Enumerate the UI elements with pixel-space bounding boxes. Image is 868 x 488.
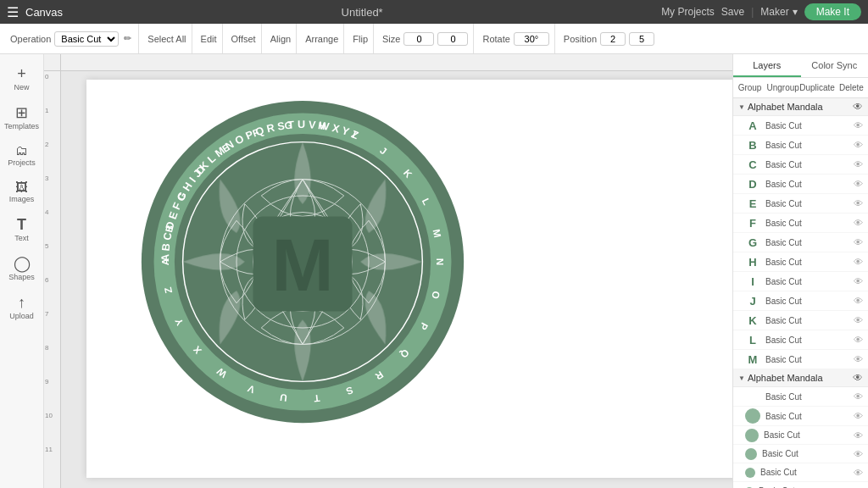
sidebar-item-new[interactable]: + New xyxy=(3,61,41,97)
tab-color-sync[interactable]: Color Sync xyxy=(801,54,869,77)
left-sidebar: + New ⊞ Templates 🗂 Projects 🖼 Images T … xyxy=(0,54,44,488)
sidebar-item-upload[interactable]: ↑ Upload xyxy=(3,290,41,325)
layer-item-plain[interactable]: Basic Cut 👁 xyxy=(733,387,868,407)
select-all-button[interactable]: Select All xyxy=(147,34,186,44)
toolbar-operation-group: Operation Basic Cut ✏ xyxy=(5,24,139,53)
svg-text:N: N xyxy=(435,258,446,265)
save-button[interactable]: Save xyxy=(721,6,744,18)
sidebar-item-label: Templates xyxy=(4,122,39,130)
layer-eye-icon[interactable]: 👁 xyxy=(854,335,863,345)
maker-button[interactable]: Maker ▾ xyxy=(760,6,797,18)
layer-item-circle-1[interactable]: Basic Cut 👁 xyxy=(733,407,868,426)
images-icon: 🖼 xyxy=(15,180,28,193)
layer-item-L[interactable]: L Basic Cut 👁 xyxy=(733,330,868,350)
layer-eye-icon[interactable]: 👁 xyxy=(854,391,863,402)
layer-eye-icon[interactable]: 👁 xyxy=(854,468,863,478)
layer-eye-icon[interactable]: 👁 xyxy=(854,315,863,325)
layer-item-E[interactable]: E Basic Cut 👁 xyxy=(733,194,868,214)
new-icon: + xyxy=(17,66,26,81)
layer-eye-icon[interactable]: 👁 xyxy=(854,276,863,286)
size-h-input[interactable] xyxy=(437,32,468,46)
layer-item-name: Basic Cut xyxy=(765,219,854,228)
arrange-label: Arrange xyxy=(305,34,338,44)
layers-list[interactable]: ▼ Alphabet Mandala 👁 A Basic Cut 👁 B Bas… xyxy=(733,98,868,488)
layer-item-circle-4[interactable]: Basic Cut 👁 xyxy=(733,463,868,482)
layer-eye-icon[interactable]: 👁 xyxy=(854,257,863,267)
layer-eye-icon[interactable]: 👁 xyxy=(854,159,863,169)
layer-item-K[interactable]: K Basic Cut 👁 xyxy=(733,311,868,330)
group-action[interactable]: Group xyxy=(733,78,766,97)
layer-item-M[interactable]: M Basic Cut 👁 xyxy=(733,350,868,369)
sidebar-item-label: Upload xyxy=(9,312,34,320)
layer-letter-icon: M xyxy=(745,352,760,367)
position-x-input[interactable] xyxy=(600,32,626,46)
layer-item-circle-2[interactable]: Basic Cut 👁 xyxy=(733,426,868,445)
operation-select[interactable]: Basic Cut xyxy=(54,31,119,47)
layer-item-H[interactable]: H Basic Cut 👁 xyxy=(733,252,868,272)
canvas-content[interactable]: M A B C D E F G H I J K L M N O P Q R S … xyxy=(61,71,732,488)
layer-circle-icon xyxy=(745,429,759,442)
position-y-input[interactable] xyxy=(629,32,654,46)
layer-eye-icon[interactable]: 👁 xyxy=(854,140,863,150)
canvas-area[interactable]: 0 1 2 3 4 5 6 7 8 9 10 11 12 13 14 15 16… xyxy=(44,54,732,488)
layer-item-J[interactable]: J Basic Cut 👁 xyxy=(733,291,868,311)
sidebar-item-images[interactable]: 🖼 Images xyxy=(3,175,41,208)
sidebar-item-text[interactable]: T Text xyxy=(3,212,41,247)
hamburger-menu[interactable]: ☰ xyxy=(7,4,19,20)
right-panel: Layers Color Sync Group Ungroup Duplicat… xyxy=(732,54,868,488)
flip-label: Flip xyxy=(353,34,368,44)
layer-eye-icon[interactable]: 👁 xyxy=(854,449,863,459)
layer-item-name: Basic Cut xyxy=(765,412,854,421)
chevron-down-icon: ▾ xyxy=(793,6,798,18)
layer-item-A[interactable]: A Basic Cut 👁 xyxy=(733,116,868,136)
duplicate-action[interactable]: Duplicate xyxy=(799,78,835,97)
group-visibility-icon[interactable]: 👁 xyxy=(853,101,863,113)
layer-letter-icon: C xyxy=(745,157,760,172)
layer-group-1-header[interactable]: ▼ Alphabet Mandala 👁 xyxy=(733,98,868,116)
layer-item-I[interactable]: I Basic Cut 👁 xyxy=(733,272,868,291)
layer-item-name: Basic Cut xyxy=(765,392,854,402)
white-canvas: M A B C D E F G H I J K L M N O P Q R S … xyxy=(86,80,732,478)
make-it-button[interactable]: Make It xyxy=(804,3,861,20)
layer-eye-icon[interactable]: 👁 xyxy=(854,296,863,306)
app-name: Canvas xyxy=(25,6,63,19)
toolbar-offset-group: Offset xyxy=(226,24,262,53)
layer-eye-icon[interactable]: 👁 xyxy=(854,411,863,421)
layer-eye-icon[interactable]: 👁 xyxy=(854,120,863,130)
layer-item-circle-5[interactable]: Basic Cut 👁 xyxy=(733,482,868,488)
sidebar-item-projects[interactable]: 🗂 Projects xyxy=(3,139,41,172)
edit-button[interactable]: Edit xyxy=(201,34,217,44)
layer-item-G[interactable]: G Basic Cut 👁 xyxy=(733,233,868,252)
layer-letter-icon: D xyxy=(745,176,760,191)
document-title: Untitled* xyxy=(70,6,654,19)
layer-eye-icon[interactable]: 👁 xyxy=(854,237,863,247)
toolbar-select-group: Select All xyxy=(142,24,192,53)
sidebar-item-shapes[interactable]: ◯ Shapes xyxy=(3,251,41,286)
layer-group-2-header[interactable]: ▼ Alphabet Mandala 👁 xyxy=(733,369,868,387)
offset-label: Offset xyxy=(231,34,256,44)
layer-eye-icon[interactable]: 👁 xyxy=(854,198,863,208)
delete-action[interactable]: Delete xyxy=(835,78,868,97)
pen-icon[interactable]: ✏ xyxy=(122,31,133,46)
sidebar-item-templates[interactable]: ⊞ Templates xyxy=(3,100,41,136)
horizontal-ruler: 0 1 2 3 4 5 6 7 8 9 10 11 12 13 14 15 16… xyxy=(61,54,732,71)
ungroup-action[interactable]: Ungroup xyxy=(766,78,799,97)
layer-item-name: Basic Cut xyxy=(765,316,854,325)
layer-item-B[interactable]: B Basic Cut 👁 xyxy=(733,136,868,155)
rotate-input[interactable] xyxy=(514,32,549,46)
group-collapse-icon: ▼ xyxy=(738,374,745,382)
my-projects-button[interactable]: My Projects xyxy=(661,6,715,18)
shapes-icon: ◯ xyxy=(14,256,31,271)
layer-eye-icon[interactable]: 👁 xyxy=(854,179,863,189)
layer-item-D[interactable]: D Basic Cut 👁 xyxy=(733,175,868,194)
tab-layers[interactable]: Layers xyxy=(733,54,801,77)
layer-item-F[interactable]: F Basic Cut 👁 xyxy=(733,214,868,233)
layer-item-circle-3[interactable]: Basic Cut 👁 xyxy=(733,445,868,463)
layer-eye-icon[interactable]: 👁 xyxy=(854,218,863,228)
layer-eye-icon[interactable]: 👁 xyxy=(854,430,863,441)
group-visibility-icon[interactable]: 👁 xyxy=(853,372,863,384)
layer-eye-icon[interactable]: 👁 xyxy=(854,354,863,364)
size-w-input[interactable] xyxy=(403,32,434,46)
layer-item-C[interactable]: C Basic Cut 👁 xyxy=(733,155,868,175)
panel-tabs: Layers Color Sync xyxy=(733,54,868,78)
